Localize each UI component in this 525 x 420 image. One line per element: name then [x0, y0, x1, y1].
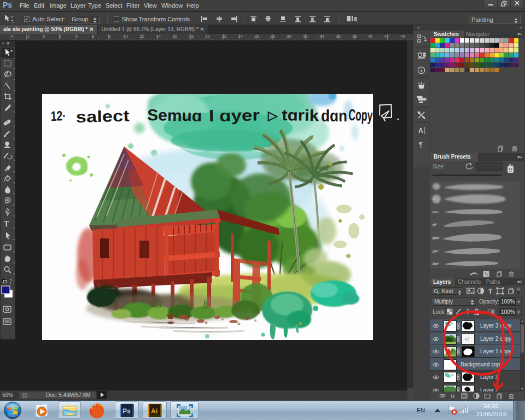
- svg-text:fx: fx: [451, 393, 456, 399]
- svg-text:12·: 12·: [50, 108, 66, 124]
- svg-text:T: T: [488, 288, 493, 295]
- svg-text:25: 25: [432, 224, 436, 227]
- svg-text:50: 50: [432, 211, 436, 214]
- svg-text:25: 25: [432, 250, 436, 253]
- svg-text:Ps: Ps: [122, 407, 131, 415]
- svg-text:A: A: [418, 127, 423, 135]
- svg-text:36: 36: [432, 262, 436, 265]
- svg-text:dɑn: dɑn: [321, 107, 347, 125]
- svg-text:salect: salect: [75, 107, 130, 126]
- svg-text:Ai: Ai: [151, 407, 158, 415]
- svg-text:¶: ¶: [419, 141, 423, 149]
- svg-text:tɑrik: tɑrik: [282, 106, 319, 124]
- svg-text:T: T: [4, 220, 9, 228]
- svg-text:Semuɑ: Semuɑ: [147, 106, 202, 125]
- svg-text:36: 36: [432, 237, 436, 240]
- svg-text:l ɑyer: l ɑyer: [209, 106, 260, 125]
- svg-text:25: 25: [433, 197, 436, 201]
- svg-text:▷: ▷: [267, 108, 278, 122]
- svg-text:Copy: Copy: [348, 106, 373, 125]
